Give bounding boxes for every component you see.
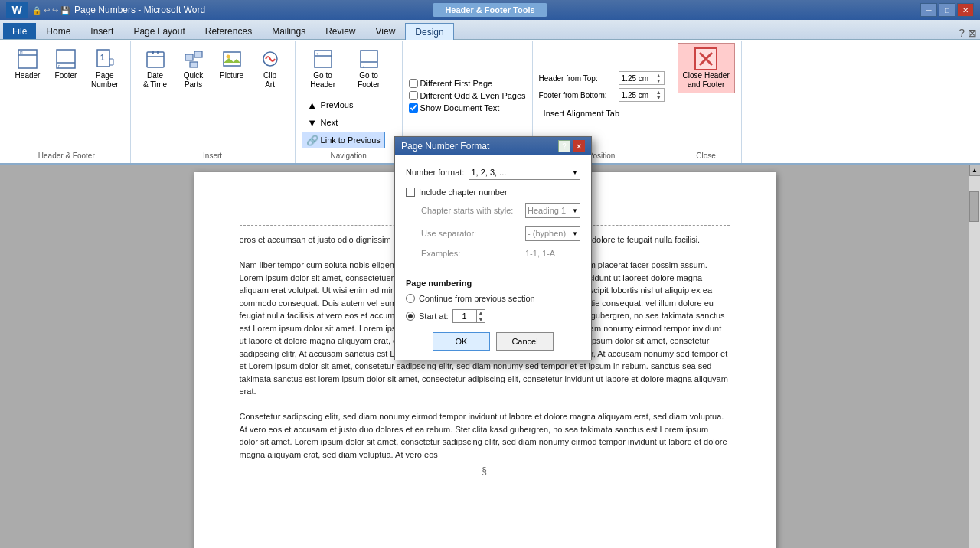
include-chapter-checkbox[interactable] [406,188,415,197]
footer-from-bottom-row: Footer from Bottom: 1.25 cm ▲ ▼ [539,88,665,102]
picture-button[interactable]: Picture [214,43,250,84]
dialog-close-button[interactable]: ✕ [573,140,585,152]
number-format-select[interactable]: 1, 2, 3, ... ▼ [469,165,580,180]
ribbon-tabs: File Home Insert Page Layout References … [0,20,980,40]
go-to-footer-label: Go toFooter [358,71,380,90]
restore-button[interactable]: □ [939,3,956,17]
footer-from-bottom-input[interactable]: 1.25 cm ▲ ▼ [619,88,665,102]
footer-from-bottom-label: Footer from Bottom: [539,91,616,99]
date-time-icon [143,47,168,71]
date-time-label: Date& Time [143,71,167,90]
tab-review[interactable]: Review [315,22,365,39]
next-button[interactable]: ▼ Next [302,114,385,131]
start-at-up[interactable]: ▲ [477,309,485,316]
header-from-top-label: Header from Top: [539,74,616,83]
header-down-arrow[interactable]: ▼ [656,78,662,83]
picture-icon [220,47,244,71]
different-first-page-input[interactable] [409,79,418,88]
dialog-help-button[interactable]: ? [558,140,570,152]
different-odd-even-checkbox[interactable]: Different Odd & Even Pages [409,91,526,100]
vertical-scrollbar[interactable]: ▲ ▼ [969,165,980,548]
go-to-footer-button[interactable]: ↓ Go toFooter [348,43,390,93]
start-at-value[interactable] [453,312,476,321]
previous-button[interactable]: ▲ Previous [302,96,385,113]
insert-alignment-tab-button[interactable]: Insert Alignment Tab [539,106,624,120]
header-from-top-spinner[interactable]: ▲ ▼ [656,73,662,83]
svg-text:↓: ↓ [362,64,364,69]
tab-mailings[interactable]: Mailings [262,22,315,39]
cancel-button[interactable]: Cancel [496,332,554,351]
ribbon-group-header-footer: H Header F Footer 1 PageNumber Header & … [3,41,131,163]
svg-rect-15 [224,52,240,66]
link-to-previous-button[interactable]: 🔗 Link to Previous [302,132,385,148]
window-title: Page Numbers - Microsoft Word [74,5,205,15]
clip-art-button[interactable]: ClipArt [252,43,289,93]
footer-from-bottom-spinner[interactable]: ▲ ▼ [656,90,662,100]
tab-page-layout[interactable]: Page Layout [123,22,194,39]
nav-stacked: ▲ Previous ▼ Next 🔗 Link to Previous [302,96,385,148]
show-document-text-checkbox[interactable]: Show Document Text [409,103,500,113]
close-header-footer-button[interactable]: Close Headerand Footer [678,43,735,93]
different-odd-even-input[interactable] [409,91,418,100]
show-document-text-input[interactable] [409,103,418,113]
ribbon-group-navigation: ↑ Go toHeader ↓ Go toFooter ▲ Previous [296,41,403,163]
header-from-top-input[interactable]: 1.25 cm ▲ ▼ [619,71,665,85]
link-icon: 🔗 [306,134,318,146]
scroll-thumb[interactable] [969,191,979,222]
chapter-starts-select[interactable]: Heading 1 ▼ [525,203,580,218]
footer-up-arrow[interactable]: ▲ [656,90,662,95]
different-first-page-checkbox[interactable]: Different First Page [409,79,493,88]
clip-art-icon [258,47,283,71]
insert-alignment-tab-label: Insert Alignment Tab [544,109,619,118]
tab-design[interactable]: Design [405,23,453,40]
page-numbering-title: Page numbering [406,279,580,288]
include-chapter-label: Include chapter number [419,188,508,197]
svg-text:↑: ↑ [316,51,318,56]
header-button[interactable]: H Header [9,43,46,84]
footer-down-arrow[interactable]: ▼ [656,95,662,100]
scroll-up-button[interactable]: ▲ [969,165,981,176]
date-time-button[interactable]: Date& Time [137,43,174,93]
start-at-input[interactable]: ▲ ▼ [452,309,486,323]
page-number-icon: 1 [93,47,117,71]
continue-from-previous-row: Continue from previous section [406,294,580,303]
start-at-spinner[interactable]: ▲ ▼ [476,309,485,323]
go-to-footer-icon: ↓ [357,47,381,71]
header-up-arrow[interactable]: ▲ [656,73,662,78]
continue-radio[interactable] [406,294,415,303]
go-to-header-icon: ↑ [311,47,335,71]
tab-view[interactable]: View [366,22,406,39]
number-format-label: Number format: [406,168,464,177]
different-first-page-label: Different First Page [420,79,493,88]
use-separator-select[interactable]: - (hyphen) ▼ [525,226,580,241]
dialog-title-text: Page Number Format [401,141,489,152]
ok-button[interactable]: OK [433,332,490,351]
page-number-button[interactable]: 1 PageNumber [86,43,124,93]
start-at-radio[interactable] [406,312,415,321]
minimize-button[interactable]: ─ [920,3,937,17]
position-content: Header from Top: 1.25 cm ▲ ▼ Footer from… [539,43,665,148]
chapter-starts-value: Heading 1 [528,206,566,215]
svg-text:1: 1 [100,54,105,62]
tab-home[interactable]: Home [36,22,80,39]
svg-text:F: F [58,64,60,69]
quick-parts-icon [181,47,206,71]
ribbon-group-close: Close Headerand Footer Close [671,41,742,163]
tab-file[interactable]: File [3,23,36,39]
start-at-down[interactable]: ▼ [477,316,485,323]
chapter-starts-arrow: ▼ [572,207,578,214]
go-to-header-button[interactable]: ↑ Go toHeader [302,43,345,93]
number-format-row: Number format: 1, 2, 3, ... ▼ [406,165,580,180]
footer-icon: F [54,47,78,71]
tab-references[interactable]: References [195,22,262,39]
quick-parts-button[interactable]: QuickParts [175,43,212,93]
close-button[interactable]: ✕ [957,3,974,17]
next-icon: ▼ [306,116,318,129]
footer-button[interactable]: F Footer [47,43,84,84]
tab-insert[interactable]: Insert [80,22,123,39]
window-controls[interactable]: ─ □ ✕ [920,3,974,17]
scroll-track[interactable] [969,176,980,548]
examples-label: Examples: [421,249,521,258]
header-footer-buttons: H Header F Footer 1 PageNumber [9,43,124,148]
show-document-text-label: Show Document Text [420,103,500,113]
